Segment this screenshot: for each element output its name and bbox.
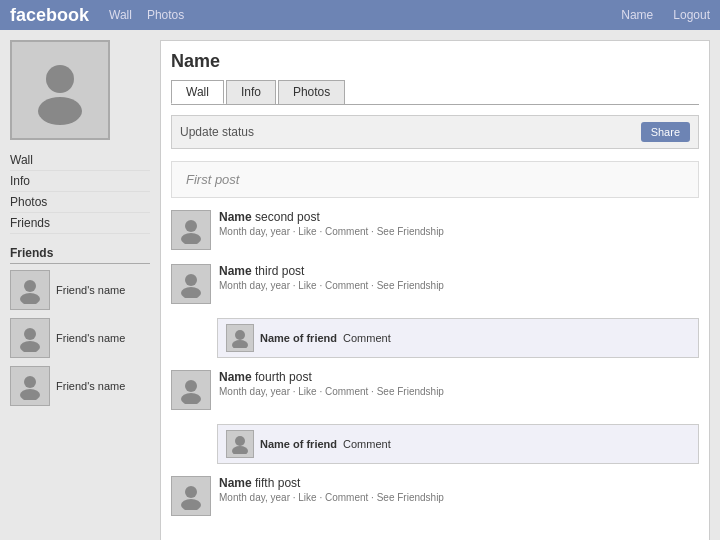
- svg-point-8: [185, 220, 197, 232]
- post-avatar-icon: [177, 216, 205, 244]
- post-item: Name third post Month day, year · Like ·…: [171, 264, 699, 304]
- status-bar: Update status Share: [171, 115, 699, 149]
- comment-text: Comment: [343, 438, 391, 450]
- post-author: Name: [219, 210, 255, 224]
- post-avatar: [171, 264, 211, 304]
- sidebar-item-photos[interactable]: Photos: [10, 192, 150, 213]
- comment-avatar-icon: [230, 328, 250, 348]
- post-meta: Month day, year · Like · Comment · See F…: [219, 386, 699, 397]
- post-meta: Month day, year · Like · Comment · See F…: [219, 492, 699, 503]
- sidebar-nav: Wall Info Photos Friends: [10, 150, 150, 234]
- tab-wall[interactable]: Wall: [171, 80, 224, 104]
- tab-info[interactable]: Info: [226, 80, 276, 104]
- post-avatar: [171, 370, 211, 410]
- svg-point-2: [24, 280, 36, 292]
- post-content: Name third post Month day, year · Like ·…: [219, 264, 699, 291]
- svg-point-3: [20, 293, 40, 304]
- friend-avatar: [10, 318, 50, 358]
- friend-name: Friend's name: [56, 284, 125, 296]
- friend-name: Friend's name: [56, 332, 125, 344]
- post-item: Name fourth post Month day, year · Like …: [171, 370, 699, 410]
- post-content: Name second post Month day, year · Like …: [219, 210, 699, 237]
- post-author: Name: [219, 370, 255, 384]
- profile-avatar-icon: [25, 55, 95, 125]
- sidebar-item-info[interactable]: Info: [10, 171, 150, 192]
- svg-point-10: [185, 274, 197, 286]
- logout-button[interactable]: Logout: [673, 8, 710, 22]
- svg-point-12: [235, 330, 245, 340]
- svg-point-15: [181, 393, 201, 404]
- friend-name: Friend's name: [56, 380, 125, 392]
- post-meta: Month day, year · Like · Comment · See F…: [219, 226, 699, 237]
- post-avatar-icon: [177, 376, 205, 404]
- first-post-box[interactable]: First post: [171, 161, 699, 198]
- comment-avatar: [226, 324, 254, 352]
- profile-avatar-large: [10, 40, 110, 140]
- post-text: fourth post: [255, 370, 312, 384]
- sidebar: Wall Info Photos Friends Friends Friend'…: [10, 40, 150, 540]
- nav-wall[interactable]: Wall: [109, 8, 132, 22]
- first-post-text: First post: [186, 172, 239, 187]
- svg-point-19: [181, 499, 201, 510]
- friends-section-header: Friends: [10, 246, 150, 264]
- brand-logo: facebook: [10, 5, 89, 26]
- svg-point-18: [185, 486, 197, 498]
- post-text: fifth post: [255, 476, 300, 490]
- post-avatar-icon: [177, 482, 205, 510]
- friend-item[interactable]: Friend's name: [10, 270, 150, 310]
- svg-point-4: [24, 328, 36, 340]
- nav-username: Name: [621, 8, 653, 22]
- sidebar-item-wall[interactable]: Wall: [10, 150, 150, 171]
- post-author: Name: [219, 264, 255, 278]
- post-avatar-icon: [177, 270, 205, 298]
- svg-point-16: [235, 436, 245, 446]
- post-text: third post: [255, 264, 304, 278]
- friend-avatar: [10, 270, 50, 310]
- share-button[interactable]: Share: [641, 122, 690, 142]
- post-avatar: [171, 476, 211, 516]
- svg-point-1: [38, 97, 82, 125]
- svg-point-6: [24, 376, 36, 388]
- friend-avatar-icon: [16, 372, 44, 400]
- main-content: Name Wall Info Photos Update status Shar…: [160, 40, 710, 540]
- svg-point-5: [20, 341, 40, 352]
- comment-avatar: [226, 430, 254, 458]
- comment-box: Name of friend Comment: [217, 318, 699, 358]
- svg-point-9: [181, 233, 201, 244]
- tab-photos[interactable]: Photos: [278, 80, 345, 104]
- post-item: Name second post Month day, year · Like …: [171, 210, 699, 250]
- post-item: Name fifth post Month day, year · Like ·…: [171, 476, 699, 516]
- post-meta: Month day, year · Like · Comment · See F…: [219, 280, 699, 291]
- post-avatar: [171, 210, 211, 250]
- svg-point-17: [232, 446, 248, 454]
- nav-photos[interactable]: Photos: [147, 8, 184, 22]
- comment-avatar-icon: [230, 434, 250, 454]
- comment-text: Comment: [343, 332, 391, 344]
- profile-tabs: Wall Info Photos: [171, 80, 699, 105]
- top-navigation: facebook Wall Photos Name Logout: [0, 0, 720, 30]
- post-content: Name fourth post Month day, year · Like …: [219, 370, 699, 397]
- friend-item[interactable]: Friend's name: [10, 318, 150, 358]
- comment-box: Name of friend Comment: [217, 424, 699, 464]
- post-text: second post: [255, 210, 320, 224]
- friend-item[interactable]: Friend's name: [10, 366, 150, 406]
- sidebar-item-friends[interactable]: Friends: [10, 213, 150, 234]
- post-author: Name: [219, 476, 255, 490]
- friend-avatar-icon: [16, 324, 44, 352]
- friend-avatar: [10, 366, 50, 406]
- svg-point-14: [185, 380, 197, 392]
- svg-point-0: [46, 65, 74, 93]
- svg-point-11: [181, 287, 201, 298]
- profile-name: Name: [171, 51, 699, 72]
- comment-author: Name of friend: [260, 332, 337, 344]
- svg-point-7: [20, 389, 40, 400]
- status-label: Update status: [180, 125, 254, 139]
- post-content: Name fifth post Month day, year · Like ·…: [219, 476, 699, 503]
- svg-point-13: [232, 340, 248, 348]
- comment-author: Name of friend: [260, 438, 337, 450]
- friend-avatar-icon: [16, 276, 44, 304]
- main-container: Wall Info Photos Friends Friends Friend'…: [0, 30, 720, 540]
